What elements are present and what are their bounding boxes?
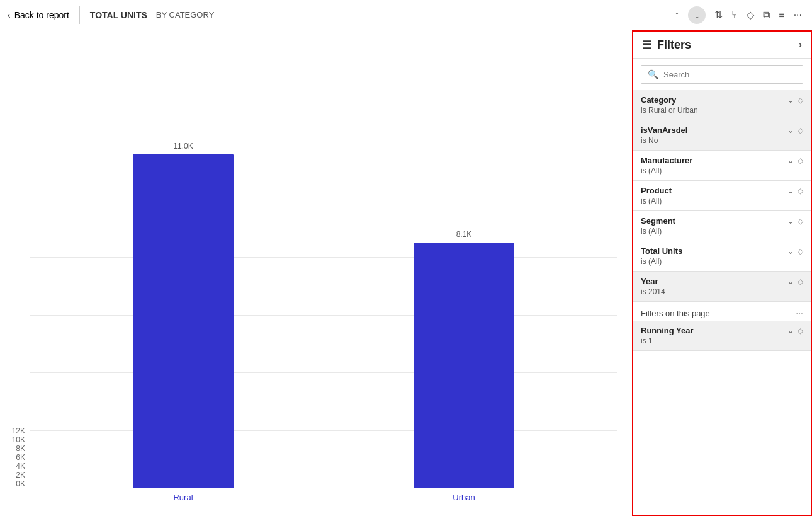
filter-value-manufacturer: is (All) bbox=[641, 166, 803, 175]
filter-item-isvanarsdel[interactable]: isVanArsdel ⌄ ◇ is No bbox=[633, 120, 811, 151]
filter-item-segment[interactable]: Segment ⌄ ◇ is (All) bbox=[633, 211, 811, 241]
filter-clear-product[interactable]: ◇ bbox=[798, 186, 803, 195]
chart-plot: 11.0K 8.1K Rural Urban bbox=[30, 142, 617, 506]
filter-item-total-units[interactable]: Total Units ⌄ ◇ is (All) bbox=[633, 241, 811, 272]
filter-item-header: Manufacturer ⌄ ◇ bbox=[641, 156, 803, 165]
filter-chevron-total-units[interactable]: ⌄ bbox=[787, 247, 794, 256]
filter-item-header: Category ⌄ ◇ bbox=[641, 95, 803, 105]
filters-collapse-button[interactable]: › bbox=[799, 39, 802, 50]
bar-value-rural: 11.0K bbox=[173, 142, 193, 151]
filter-item-category[interactable]: Category ⌄ ◇ is Rural or Urban bbox=[633, 90, 811, 120]
filters-on-page-more[interactable]: ··· bbox=[796, 308, 803, 318]
filter-item-manufacturer[interactable]: Manufacturer ⌄ ◇ is (All) bbox=[633, 151, 811, 181]
filter-item-year[interactable]: Year ⌄ ◇ is 2014 bbox=[633, 272, 811, 302]
filter-name-manufacturer: Manufacturer bbox=[641, 156, 692, 165]
filter-clear-segment[interactable]: ◇ bbox=[798, 217, 803, 226]
filter-clear-isvanarsdel[interactable]: ◇ bbox=[798, 126, 803, 135]
back-label: Back to report bbox=[14, 10, 69, 20]
filters-panel: ☰ Filters › 🔍 Category ⌄ ◇ is Rural or U… bbox=[632, 30, 812, 516]
filter-chevron-category[interactable]: ⌄ bbox=[787, 96, 794, 105]
filter-value-total-units: is (All) bbox=[641, 257, 803, 266]
y-label-10k: 10K bbox=[12, 435, 25, 444]
filter-item-header: Total Units ⌄ ◇ bbox=[641, 246, 803, 256]
filter-clear-manufacturer[interactable]: ◇ bbox=[798, 156, 803, 165]
filters-panel-title: Filters bbox=[657, 38, 691, 52]
filter-item-icons: ⌄ ◇ bbox=[787, 126, 803, 135]
toolbar-left: ‹ Back to report TOTAL UNITS BY CATEGORY bbox=[8, 6, 669, 24]
filter-clear-category[interactable]: ◇ bbox=[798, 96, 803, 105]
branch-icon[interactable]: ⑂ bbox=[731, 9, 738, 21]
y-axis: 12K 10K 8K 6K 4K 2K 0K bbox=[10, 427, 30, 506]
y-label-0k: 0K bbox=[16, 479, 25, 488]
filter-item-header: isVanArsdel ⌄ ◇ bbox=[641, 125, 803, 135]
bars-row: 11.0K 8.1K bbox=[30, 142, 617, 488]
filter-value-running-year: is 1 bbox=[641, 336, 803, 345]
filter-name-segment: Segment bbox=[641, 216, 675, 226]
chart-area: 12K 10K 8K 6K 4K 2K 0K bbox=[0, 30, 632, 516]
filter-name-category: Category bbox=[641, 95, 676, 105]
filter-item-running-year[interactable]: Running Year ⌄ ◇ is 1 bbox=[633, 321, 811, 351]
breadcrumb-sub: BY CATEGORY bbox=[156, 10, 214, 20]
main-content: 12K 10K 8K 6K 4K 2K 0K bbox=[0, 30, 812, 516]
filter-name-year: Year bbox=[641, 277, 658, 286]
bar-urban[interactable] bbox=[414, 243, 514, 488]
pin-icon[interactable]: ◇ bbox=[747, 9, 754, 21]
x-label-urban: Urban bbox=[349, 493, 579, 502]
more-icon[interactable]: ··· bbox=[794, 9, 802, 21]
filter-item-icons: ⌄ ◇ bbox=[787, 96, 803, 105]
y-label-8k: 8K bbox=[16, 444, 25, 453]
filter-name-running-year: Running Year bbox=[641, 326, 694, 335]
filter-value-isvanarsdel: is No bbox=[641, 136, 803, 145]
filter-item-icons: ⌄ ◇ bbox=[787, 277, 803, 286]
filter-clear-running-year[interactable]: ◇ bbox=[798, 326, 803, 335]
filters-on-page: Filters on this page ··· bbox=[633, 302, 811, 321]
chart-container: 12K 10K 8K 6K 4K 2K 0K bbox=[10, 40, 617, 506]
y-label-6k: 6K bbox=[16, 453, 25, 462]
filter-name-isvanarsdel: isVanArsdel bbox=[641, 125, 687, 135]
filters-panel-icon: ☰ bbox=[642, 38, 652, 52]
filter-name-total-units: Total Units bbox=[641, 246, 682, 256]
sort-asc-icon[interactable]: ↑ bbox=[674, 9, 679, 21]
bar-rural[interactable] bbox=[133, 154, 234, 488]
filter-icon[interactable]: ≡ bbox=[779, 9, 784, 21]
toolbar-divider bbox=[79, 6, 80, 24]
filter-item-icons: ⌄ ◇ bbox=[787, 247, 803, 256]
y-label-12k: 12K bbox=[12, 427, 25, 435]
y-label-4k: 4K bbox=[16, 462, 25, 471]
filter-item-header: Year ⌄ ◇ bbox=[641, 277, 803, 286]
filters-on-page-label: Filters on this page bbox=[641, 309, 710, 318]
filter-value-category: is Rural or Urban bbox=[641, 106, 803, 115]
filter-chevron-segment[interactable]: ⌄ bbox=[787, 217, 794, 226]
filters-header: ☰ Filters › bbox=[633, 32, 811, 59]
filter-chevron-year[interactable]: ⌄ bbox=[787, 277, 794, 286]
filter-item-header: Product ⌄ ◇ bbox=[641, 186, 803, 195]
filter-value-product: is (All) bbox=[641, 197, 803, 205]
filter-name-product: Product bbox=[641, 186, 672, 195]
breadcrumb-title: TOTAL UNITS bbox=[90, 10, 147, 20]
filter-clear-total-units[interactable]: ◇ bbox=[798, 247, 803, 256]
filter-value-segment: is (All) bbox=[641, 227, 803, 236]
bar-group-urban[interactable]: 8.1K bbox=[349, 230, 579, 488]
filter-item-icons: ⌄ ◇ bbox=[787, 186, 803, 195]
back-to-report-link[interactable]: ‹ Back to report bbox=[8, 10, 69, 20]
chevron-left-icon: ‹ bbox=[8, 10, 11, 20]
search-icon: 🔍 bbox=[648, 69, 658, 79]
x-axis: Rural Urban bbox=[30, 488, 617, 506]
sort-both-icon[interactable]: ⇅ bbox=[714, 9, 723, 21]
filter-clear-year[interactable]: ◇ bbox=[798, 277, 803, 286]
filters-title-row: ☰ Filters bbox=[642, 38, 691, 52]
filter-chevron-product[interactable]: ⌄ bbox=[787, 186, 794, 195]
filter-item-header: Segment ⌄ ◇ bbox=[641, 216, 803, 226]
filter-item-product[interactable]: Product ⌄ ◇ is (All) bbox=[633, 181, 811, 211]
search-box[interactable]: 🔍 bbox=[641, 65, 803, 84]
sort-down-icon[interactable]: ↓ bbox=[688, 6, 706, 24]
copy-icon[interactable]: ⧉ bbox=[763, 9, 770, 21]
toolbar-right: ↑ ↓ ⇅ ⑂ ◇ ⧉ ≡ ··· bbox=[674, 6, 802, 24]
filter-chevron-manufacturer[interactable]: ⌄ bbox=[787, 156, 794, 165]
filter-item-icons: ⌄ ◇ bbox=[787, 156, 803, 165]
filter-item-header: Running Year ⌄ ◇ bbox=[641, 326, 803, 335]
filter-chevron-isvanarsdel[interactable]: ⌄ bbox=[787, 126, 794, 135]
search-input[interactable] bbox=[663, 70, 796, 79]
bar-group-rural[interactable]: 11.0K bbox=[68, 142, 298, 488]
filter-chevron-running-year[interactable]: ⌄ bbox=[787, 326, 794, 335]
